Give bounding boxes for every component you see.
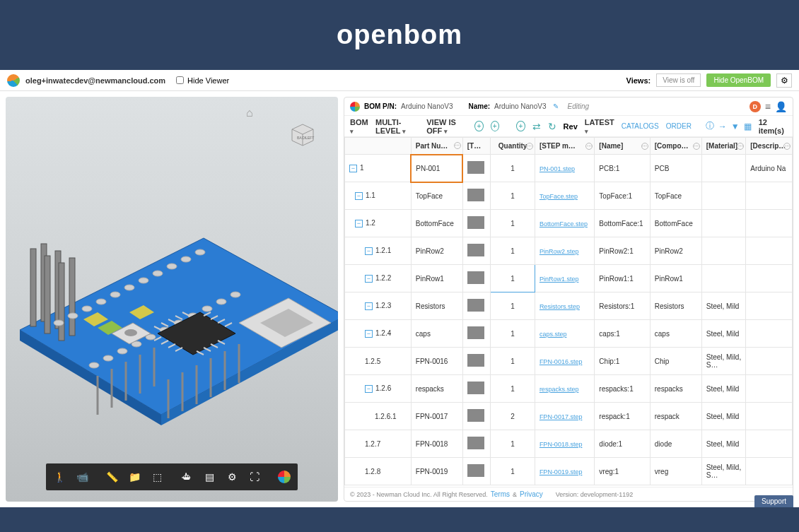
- step-link[interactable]: Resistors.step: [540, 303, 580, 310]
- step-link[interactable]: FPN-0018.step: [540, 441, 583, 448]
- cell-mat[interactable]: Steel, Mild, S…: [701, 348, 746, 375]
- step-link[interactable]: caps.step: [540, 331, 567, 338]
- part-number[interactable]: PinRow1: [411, 265, 462, 292]
- quantity[interactable]: 2: [491, 403, 535, 430]
- part-number[interactable]: PN-001: [411, 155, 462, 182]
- col-header[interactable]: Part Nu…⋯: [411, 138, 462, 155]
- cell-name[interactable]: BottomFace:1: [595, 210, 650, 237]
- cell-mat[interactable]: Steel, Mild: [701, 320, 746, 348]
- table-row[interactable]: −1.2.2PinRow11PinRow1.stepPinRow1:1PinRo…: [345, 265, 793, 292]
- step-link[interactable]: PinRow1.step: [540, 276, 579, 283]
- cell-comp[interactable]: diode: [650, 430, 701, 458]
- user-icon[interactable]: 👤: [775, 101, 787, 112]
- edit-icon[interactable]: ✎: [553, 102, 559, 110]
- quantity[interactable]: 1: [491, 375, 535, 403]
- col-header[interactable]: [Material]⋯: [701, 138, 746, 155]
- tree-toggle[interactable]: −: [365, 275, 373, 283]
- cell-mat[interactable]: Steel, Mild: [701, 292, 746, 320]
- measure-icon[interactable]: 📏: [101, 466, 122, 487]
- part-number[interactable]: FPN-0019: [411, 458, 462, 485]
- quantity[interactable]: 1: [491, 237, 535, 265]
- cell-mat[interactable]: Steel, Mild: [701, 430, 746, 458]
- step-link[interactable]: PN-001.step: [540, 165, 575, 172]
- cell-desc[interactable]: [746, 320, 793, 348]
- part-number[interactable]: FPN-0016: [411, 348, 462, 375]
- cell-desc[interactable]: [746, 458, 793, 485]
- walk-icon[interactable]: 🚶: [49, 466, 70, 487]
- step-link[interactable]: FPN-0017.step: [540, 413, 583, 420]
- quantity[interactable]: 1: [491, 182, 535, 210]
- cell-comp[interactable]: PinRow1: [650, 265, 701, 292]
- add-row-icon[interactable]: +: [474, 121, 483, 131]
- properties-icon[interactable]: ▤: [199, 466, 220, 487]
- part-number[interactable]: FPN-0017: [411, 403, 462, 430]
- cell-desc[interactable]: [746, 210, 793, 237]
- quantity[interactable]: 1: [491, 155, 535, 182]
- refresh-icon[interactable]: ↻: [548, 121, 556, 132]
- avatar[interactable]: D: [750, 101, 761, 112]
- views-select[interactable]: View is off: [656, 73, 701, 87]
- step-link[interactable]: BottomFace.step: [540, 220, 588, 227]
- table-row[interactable]: 1.2.7FPN-00181FPN-0018.stepdiode:1diodeS…: [345, 430, 793, 458]
- quantity[interactable]: 1: [491, 210, 535, 237]
- part-number[interactable]: caps: [411, 320, 462, 348]
- cell-desc[interactable]: [746, 348, 793, 375]
- filter-icon[interactable]: ▼: [731, 122, 740, 131]
- quantity[interactable]: 1: [491, 348, 535, 375]
- cell-name[interactable]: PCB:1: [595, 155, 650, 182]
- col-header[interactable]: [T…: [462, 138, 491, 155]
- cell-name[interactable]: caps:1: [595, 320, 650, 348]
- bom-dropdown[interactable]: BOM: [350, 118, 368, 135]
- latest-dropdown[interactable]: LATEST: [585, 118, 614, 135]
- info-icon[interactable]: ⓘ: [706, 120, 714, 132]
- tree-toggle[interactable]: −: [355, 192, 363, 200]
- add-row2-icon[interactable]: +: [491, 121, 499, 131]
- cell-mat[interactable]: [701, 265, 746, 292]
- cell-mat[interactable]: [701, 237, 746, 265]
- cell-desc[interactable]: [746, 265, 793, 292]
- table-row[interactable]: 1.2.5FPN-00161FPN-0016.stepChip:1ChipSte…: [345, 348, 793, 375]
- cell-mat[interactable]: [701, 155, 746, 182]
- quantity[interactable]: 1: [491, 320, 535, 348]
- tree-toggle[interactable]: −: [365, 247, 373, 255]
- col-header[interactable]: [345, 138, 412, 155]
- col-header[interactable]: [Compo…⋯: [650, 138, 701, 155]
- order-link[interactable]: ORDER: [666, 122, 692, 130]
- multilevel-dropdown[interactable]: MULTI-LEVEL: [375, 118, 419, 135]
- cell-comp[interactable]: Chip: [650, 348, 701, 375]
- hide-openbom-button[interactable]: Hide OpenBOM: [706, 73, 771, 87]
- col-header[interactable]: [Descrip…⋯: [746, 138, 793, 155]
- cell-name[interactable]: PinRow2:1: [595, 237, 650, 265]
- part-number[interactable]: Resistors: [411, 292, 462, 320]
- cell-comp[interactable]: vreg: [650, 458, 701, 485]
- cell-mat[interactable]: [701, 182, 746, 210]
- table-row[interactable]: −1.2.4caps1caps.stepcaps:1capsSteel, Mil…: [345, 320, 793, 348]
- quantity[interactable]: 1: [491, 292, 535, 320]
- tree-toggle[interactable]: −: [349, 165, 357, 172]
- cell-mat[interactable]: Steel, Mild: [701, 403, 746, 430]
- col-header[interactable]: Quantity⋯: [491, 138, 535, 155]
- arrow-icon[interactable]: ⇄: [532, 121, 541, 132]
- cube-icon[interactable]: ⬚: [146, 466, 168, 487]
- cell-comp[interactable]: PinRow2: [650, 237, 701, 265]
- catalogs-link[interactable]: CATALOGS: [622, 122, 659, 130]
- 3d-viewer[interactable]: ⌂ BACKLEFT: [6, 97, 338, 502]
- tree-toggle[interactable]: −: [355, 220, 363, 227]
- settings-icon[interactable]: ⚙: [776, 73, 792, 88]
- gear-icon[interactable]: ⚙: [221, 466, 243, 487]
- cell-comp[interactable]: Resistors: [650, 292, 701, 320]
- folder-icon[interactable]: 📁: [124, 466, 145, 487]
- part-number[interactable]: TopFace: [411, 182, 462, 210]
- table-row[interactable]: −1.2.3Resistors1Resistors.stepResistors:…: [345, 292, 793, 320]
- table-row[interactable]: −1PN-0011PN-001.stepPCB:1PCBArduino Na: [345, 155, 793, 182]
- table-row[interactable]: −1.1TopFace1TopFace.stepTopFace:1TopFace: [345, 182, 793, 210]
- cell-name[interactable]: respack:1: [595, 403, 650, 430]
- cell-desc[interactable]: [746, 182, 793, 210]
- col-header[interactable]: [Name]⋯: [595, 138, 650, 155]
- cell-desc[interactable]: Arduino Na: [746, 155, 793, 182]
- cell-desc[interactable]: [746, 375, 793, 403]
- cell-comp[interactable]: TopFace: [650, 182, 701, 210]
- quantity[interactable]: 1: [491, 265, 535, 292]
- pcb-3d-model[interactable]: [6, 182, 338, 464]
- openbom-icon[interactable]: [274, 466, 295, 487]
